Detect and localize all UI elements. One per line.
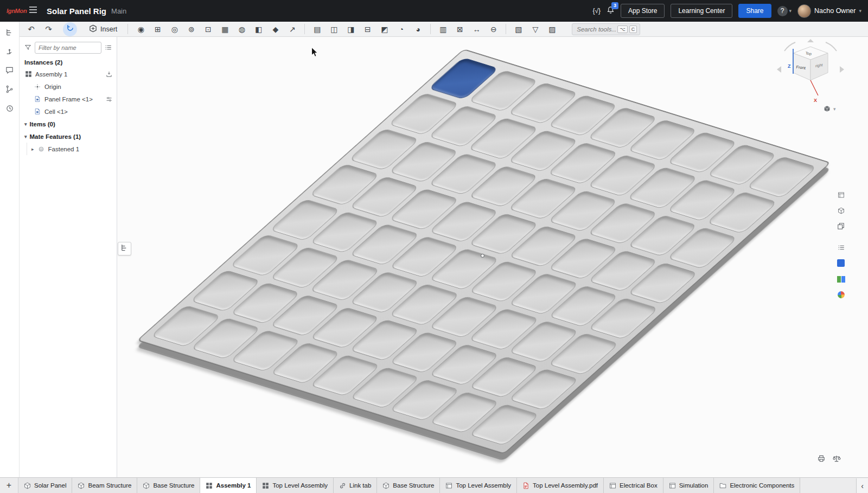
tab-base-structure[interactable]: Base Structure	[377, 478, 440, 493]
rotate-view-tool[interactable]	[63, 22, 77, 36]
history-panel-button[interactable]	[2, 102, 17, 116]
units-button[interactable]	[832, 454, 841, 465]
view-options-button[interactable]: ▾	[821, 104, 838, 113]
appearance-tool[interactable]: ◩	[377, 23, 392, 36]
insert-button[interactable]: Insert	[84, 23, 122, 36]
tab-electronic-components[interactable]: Electronic Components	[714, 478, 800, 493]
filter-input[interactable]	[35, 42, 101, 54]
tab-simulation[interactable]: Simulation	[663, 478, 714, 493]
sheet-panel-button[interactable]	[834, 190, 847, 202]
tab-top-level-assembly[interactable]: Top Level Assembly	[257, 478, 334, 493]
group-icon: ⊞	[155, 25, 161, 33]
isolate-tool[interactable]: ◕	[411, 23, 425, 36]
versions-shortcut-button[interactable]: {√}	[592, 7, 601, 15]
tab-base-structure[interactable]: Base Structure	[137, 478, 200, 493]
tab-link-tab[interactable]: Link tab	[334, 478, 377, 493]
tree-row[interactable]: Origin	[20, 80, 117, 93]
copy-panel-button[interactable]	[834, 221, 847, 233]
undo-button[interactable]: ↶	[24, 23, 39, 36]
group-tool[interactable]: ⊞	[150, 23, 165, 36]
bom-tool[interactable]: ▥	[436, 23, 450, 36]
rotate-right-arrow[interactable]	[840, 66, 844, 73]
compare-panel-button[interactable]	[834, 274, 847, 286]
tab-scroll-left-button[interactable]: ‹	[856, 478, 868, 493]
chevron-down-icon: ▾	[24, 134, 27, 139]
part-icon	[34, 108, 41, 115]
roll-cw-arrow[interactable]	[826, 42, 837, 51]
hide-others-tool[interactable]: ◔	[394, 23, 409, 36]
instances-header: Instances (2)	[20, 54, 117, 68]
tab-top-level-assembly[interactable]: Top Level Assembly	[440, 478, 517, 493]
update-icon[interactable]	[106, 71, 112, 78]
structure-panel-button[interactable]	[834, 242, 847, 254]
print-button[interactable]	[817, 454, 826, 465]
model-tree-toggle-button[interactable]	[118, 242, 131, 255]
replicate-tool[interactable]: ⊡	[201, 23, 215, 36]
items-section-header[interactable]: ▾ Items (0)	[20, 118, 117, 130]
snap-mode-tool[interactable]: ◧	[251, 23, 266, 36]
mate-features-section-header[interactable]: ▾ Mate Features (1)	[20, 130, 117, 143]
notifications-button[interactable]: 3	[607, 6, 615, 16]
tab-beam-structure[interactable]: Beam Structure	[72, 478, 137, 493]
top-bar: IgnMon Solar Panel Rig Main {√} 3 App St…	[0, 0, 868, 22]
parts-panel-button[interactable]	[834, 206, 847, 217]
comments-panel-button[interactable]	[2, 64, 17, 78]
viewport[interactable]: Top Front right Z X ▾	[0, 0, 868, 477]
tab-assembly-1[interactable]: Assembly 1	[200, 478, 257, 493]
tree-row[interactable]: Cell <1>	[20, 105, 117, 118]
versions-panel-button[interactable]	[2, 83, 17, 97]
analysis-tool[interactable]: ▨	[545, 23, 559, 36]
x-axis-label: X	[814, 98, 817, 103]
tree-row[interactable]: Panel Frame <1>	[20, 93, 117, 105]
redo-button[interactable]: ↷	[41, 23, 56, 36]
chevron-right-icon[interactable]: ▸	[31, 146, 34, 152]
configurations-tool[interactable]: ⊟	[360, 23, 375, 36]
roll-ccw-arrow[interactable]	[784, 42, 795, 51]
rotate-up-arrow[interactable]	[807, 39, 814, 42]
user-menu[interactable]: Nacho Owner ▾	[797, 4, 861, 18]
display-states-tool[interactable]: ◨	[343, 23, 358, 36]
app-store-button[interactable]: App Store	[621, 4, 665, 18]
mate-tool[interactable]: ◉	[133, 23, 148, 36]
config-icon[interactable]	[106, 96, 112, 103]
search-tools-box[interactable]: ⌥ C	[572, 23, 640, 35]
tab-electrical-box[interactable]: Electrical Box	[604, 478, 663, 493]
explode-tool[interactable]: ◆	[268, 23, 283, 36]
help-button[interactable]: ? ▾	[777, 6, 792, 16]
main-menu-button[interactable]	[26, 4, 40, 18]
filter-funnel-icon[interactable]	[24, 44, 31, 52]
selected-panel-button[interactable]	[834, 258, 847, 270]
measure-tool[interactable]: ↔	[469, 23, 484, 36]
tree-row-label: Panel Frame <1>	[44, 96, 93, 103]
linear-pattern-tool[interactable]: ▦	[218, 23, 232, 36]
mate-feature-row[interactable]: ▸Fastened 1	[20, 143, 117, 155]
tree-row[interactable]: Assembly 1	[20, 68, 117, 80]
model-tree-panel-button[interactable]	[2, 26, 17, 40]
bolted-connection-tool[interactable]: ⊚	[184, 23, 199, 36]
circular-pattern-tool[interactable]: ◍	[234, 23, 249, 36]
learning-center-button[interactable]: Learning Center	[671, 4, 732, 18]
section-view-tool[interactable]: ◫	[327, 23, 341, 36]
export-tool[interactable]: ▽	[528, 23, 542, 36]
route-tool[interactable]: ↗	[285, 23, 299, 36]
partstudio-icon	[78, 482, 85, 489]
interference-check-tool[interactable]: ⊠	[452, 23, 467, 36]
rotate-left-arrow[interactable]	[777, 66, 781, 73]
document-tab-bar: + Solar PanelBeam StructureBase Structur…	[0, 477, 868, 493]
new-tab-button[interactable]: +	[0, 478, 18, 493]
tab-label: Electronic Components	[730, 482, 794, 489]
mate-triad-panel-button[interactable]	[2, 45, 17, 59]
named-views-tool[interactable]: ▤	[310, 23, 324, 36]
company-logo: IgnMon	[7, 8, 26, 14]
share-button[interactable]: Share	[738, 4, 771, 18]
tab-top-level-assembly-pdf[interactable]: Top Level Assembly.pdf	[517, 478, 604, 493]
view-cube[interactable]: Top Front right Z X	[775, 38, 846, 106]
create-drawing-tool[interactable]: ▧	[511, 23, 526, 36]
mass-properties-tool[interactable]: ⊖	[486, 23, 501, 36]
mate-connector-tool[interactable]: ◎	[167, 23, 182, 36]
assembly-icon	[24, 71, 32, 78]
search-tools-input[interactable]	[577, 26, 616, 33]
list-view-icon[interactable]	[105, 44, 112, 52]
tab-solar-panel[interactable]: Solar Panel	[18, 478, 72, 493]
appearance-panel-button[interactable]	[834, 290, 847, 302]
